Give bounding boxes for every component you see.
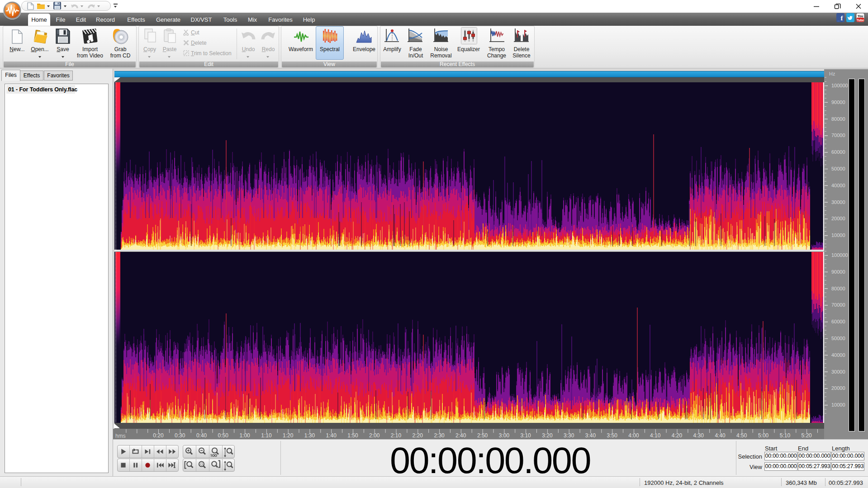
svg-text:5:10: 5:10 [780, 432, 791, 439]
svg-text:2:40: 2:40 [455, 432, 466, 439]
svg-text:10000: 10000 [831, 232, 845, 238]
svg-text:4:50: 4:50 [736, 432, 747, 439]
svg-text:1:50: 1:50 [347, 432, 358, 439]
svg-text:80000: 80000 [831, 116, 845, 122]
svg-text:30000: 30000 [831, 199, 845, 205]
svg-text:0:40: 0:40 [196, 432, 207, 439]
svg-text:70000: 70000 [831, 302, 845, 308]
svg-text:You: You [858, 14, 863, 18]
svg-text:3:20: 3:20 [542, 432, 553, 439]
svg-text:0:50: 0:50 [218, 432, 229, 439]
svg-text:3:40: 3:40 [585, 432, 596, 439]
svg-text:3:10: 3:10 [520, 432, 531, 439]
svg-text:Tube: Tube [857, 19, 864, 22]
svg-text:2:10: 2:10 [391, 432, 402, 439]
svg-text:60000: 60000 [831, 149, 845, 155]
svg-text:4:00: 4:00 [628, 432, 639, 439]
svg-text:1:30: 1:30 [304, 432, 315, 439]
svg-text:...: ... [837, 19, 840, 22]
svg-text:2:30: 2:30 [434, 432, 445, 439]
svg-text:5:00: 5:00 [758, 432, 769, 439]
svg-text:1:20: 1:20 [283, 432, 294, 439]
svg-text:2:50: 2:50 [477, 432, 488, 439]
svg-text:5:20: 5:20 [801, 432, 812, 439]
svg-text:80000: 80000 [831, 286, 845, 291]
svg-text:3:50: 3:50 [607, 432, 618, 439]
svg-text:100000: 100000 [831, 83, 848, 88]
svg-text:2:00: 2:00 [369, 432, 380, 439]
svg-text:0:20: 0:20 [153, 432, 164, 439]
svg-text:4:20: 4:20 [672, 432, 683, 439]
svg-text:90000: 90000 [831, 269, 845, 275]
svg-text:3:00: 3:00 [499, 432, 510, 439]
svg-text:100000: 100000 [831, 252, 848, 258]
svg-text:50000: 50000 [831, 336, 845, 341]
svg-text:20000: 20000 [831, 216, 845, 221]
svg-text:3:30: 3:30 [564, 432, 574, 439]
svg-text:1:00: 1:00 [239, 432, 250, 439]
svg-text:10000: 10000 [831, 402, 845, 407]
svg-text:4:40: 4:40 [715, 432, 726, 439]
svg-text:hms: hms [115, 433, 126, 439]
svg-text:40000: 40000 [831, 352, 845, 358]
svg-text:2:20: 2:20 [413, 432, 423, 439]
svg-text:70000: 70000 [831, 133, 845, 138]
svg-text:1:10: 1:10 [261, 432, 272, 439]
svg-text:40000: 40000 [831, 183, 845, 188]
svg-text:4:10: 4:10 [650, 432, 661, 439]
svg-text:4:30: 4:30 [693, 432, 704, 439]
svg-text:30000: 30000 [831, 369, 845, 374]
svg-text:50000: 50000 [831, 166, 845, 171]
svg-text:90000: 90000 [831, 99, 845, 105]
svg-text:20000: 20000 [831, 385, 845, 391]
svg-text:0:30: 0:30 [175, 432, 185, 439]
svg-text:Hz: Hz [829, 71, 835, 76]
svg-text:1:40: 1:40 [326, 432, 337, 439]
svg-text:60000: 60000 [831, 319, 845, 324]
